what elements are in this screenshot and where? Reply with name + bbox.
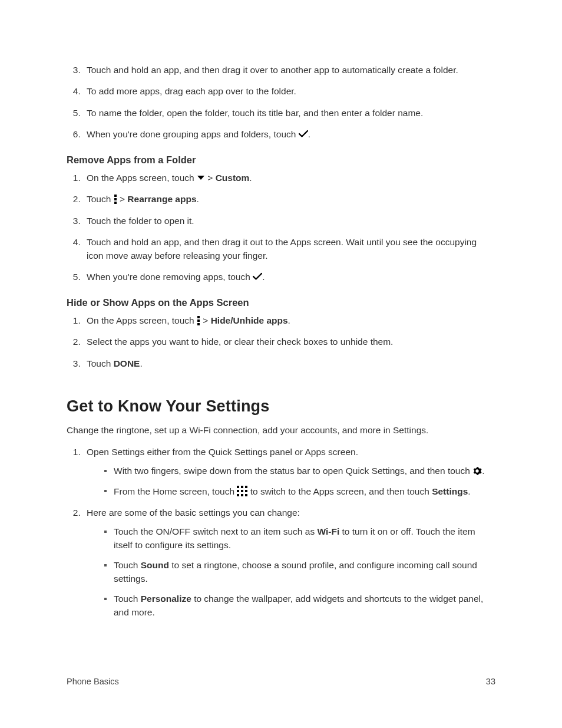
footer-section-title: Phone Basics bbox=[67, 677, 119, 686]
footer-page-number: 33 bbox=[486, 677, 495, 686]
svg-rect-3 bbox=[197, 316, 200, 318]
overflow-icon bbox=[197, 315, 200, 326]
svg-rect-5 bbox=[197, 323, 200, 325]
step-item: Touch and hold an app, and then drag it … bbox=[83, 236, 495, 262]
svg-rect-7 bbox=[241, 486, 243, 488]
check-icon bbox=[253, 272, 262, 281]
svg-rect-0 bbox=[114, 195, 117, 197]
svg-rect-10 bbox=[241, 490, 243, 492]
sub-bullet-item: With two fingers, swipe down from the st… bbox=[114, 465, 495, 477]
sub-bullet-list: With two fingers, swipe down from the st… bbox=[87, 465, 495, 498]
svg-rect-6 bbox=[237, 486, 239, 488]
page: Touch and hold an app, and then drag it … bbox=[0, 0, 562, 728]
step-item: Select the apps you want to hide, or cle… bbox=[83, 335, 495, 348]
step-list-remove: On the Apps screen, touch > Custom.Touch… bbox=[67, 172, 495, 284]
step-item: On the Apps screen, touch > Custom. bbox=[83, 172, 495, 185]
bold-text: Wi-Fi bbox=[317, 526, 339, 536]
bold-text: Custom bbox=[216, 173, 250, 183]
step-list-hide: On the Apps screen, touch > Hide/Unhide … bbox=[67, 314, 495, 370]
sub-bullet-item: Touch Sound to set a ringtone, choose a … bbox=[114, 559, 495, 585]
step-item: Open Settings either from the Quick Sett… bbox=[83, 446, 495, 498]
svg-rect-8 bbox=[245, 486, 247, 488]
check-icon bbox=[299, 130, 308, 138]
sub-bullet-item: Touch the ON/OFF switch next to an item … bbox=[114, 525, 495, 552]
bold-text: Personalize bbox=[141, 594, 191, 604]
bold-text: Rearrange apps bbox=[127, 194, 196, 204]
step-item: Touch and hold an app, and then drag it … bbox=[83, 64, 495, 77]
step-item: When you're done grouping apps and folde… bbox=[83, 128, 495, 141]
bold-text: Hide/Unhide apps bbox=[211, 315, 288, 325]
step-list-folders: Touch and hold an app, and then drag it … bbox=[67, 64, 495, 141]
apps-icon bbox=[237, 486, 247, 496]
svg-rect-9 bbox=[237, 490, 239, 492]
overflow-icon bbox=[114, 194, 117, 205]
step-item: Touch the folder to open it. bbox=[83, 215, 495, 228]
bold-text: Settings bbox=[432, 486, 468, 496]
section-heading-settings: Get to Know Your Settings bbox=[67, 397, 495, 416]
step-item: To add more apps, drag each app over to … bbox=[83, 85, 495, 98]
step-item: To name the folder, open the folder, tou… bbox=[83, 107, 495, 120]
dropdown-icon bbox=[197, 175, 205, 181]
step-list-settings: Open Settings either from the Quick Sett… bbox=[67, 446, 495, 620]
svg-rect-13 bbox=[241, 494, 243, 496]
step-item: On the Apps screen, touch > Hide/Unhide … bbox=[83, 314, 495, 327]
gear-icon bbox=[472, 466, 482, 476]
sub-bullet-item: From the Home screen, touch to switch to… bbox=[114, 485, 495, 498]
step-item: When you're done removing apps, touch . bbox=[83, 271, 495, 284]
settings-intro-paragraph: Change the ringtone, set up a Wi-Fi conn… bbox=[67, 424, 495, 437]
page-footer: Phone Basics 33 bbox=[67, 677, 495, 686]
svg-rect-4 bbox=[197, 319, 200, 322]
bold-text: DONE bbox=[114, 358, 140, 368]
heading-hide-apps: Hide or Show Apps on the Apps Screen bbox=[67, 297, 495, 308]
svg-rect-2 bbox=[114, 202, 117, 204]
heading-remove-apps: Remove Apps from a Folder bbox=[67, 154, 495, 166]
content-area: Touch and hold an app, and then drag it … bbox=[67, 64, 495, 630]
sub-bullet-item: Touch Personalize to change the wallpape… bbox=[114, 592, 495, 619]
bold-text: Sound bbox=[141, 560, 169, 570]
svg-rect-11 bbox=[245, 490, 247, 492]
step-item: Touch > Rearrange apps. bbox=[83, 193, 495, 206]
svg-rect-12 bbox=[237, 494, 239, 496]
sub-bullet-list: Touch the ON/OFF switch next to an item … bbox=[87, 525, 495, 619]
svg-rect-14 bbox=[245, 494, 247, 496]
step-item: Touch DONE. bbox=[83, 357, 495, 370]
step-item: Here are some of the basic settings you … bbox=[83, 506, 495, 619]
svg-rect-1 bbox=[114, 198, 117, 200]
